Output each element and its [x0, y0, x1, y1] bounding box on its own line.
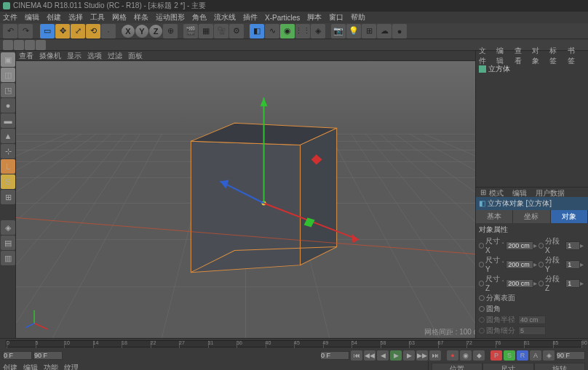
texture-mode[interactable]: ◫	[1, 68, 15, 82]
goto-start-button[interactable]: ⏮	[351, 350, 362, 361]
last-tool[interactable]: ·	[101, 24, 116, 39]
vpmenu-item[interactable]: 显示	[67, 51, 82, 61]
material-manager[interactable]: 创建 编辑 功能 纹理	[0, 361, 428, 370]
nurbs-tool[interactable]: ◉	[280, 24, 295, 39]
rect-select[interactable]	[14, 40, 24, 50]
render-settings[interactable]: ⚙	[229, 24, 244, 39]
tab-coord[interactable]: 坐标	[513, 210, 550, 223]
spline-tool[interactable]: ∿	[265, 24, 279, 39]
tab-edit[interactable]: 编辑	[508, 188, 531, 197]
redo-button[interactable]: ↷	[18, 24, 33, 39]
checkbox-icon[interactable]	[479, 295, 485, 301]
vpmenu-item[interactable]: 选项	[87, 51, 102, 61]
vpmenu-item[interactable]: 查看	[19, 51, 33, 61]
pos-key[interactable]: P	[490, 350, 502, 361]
z-axis-lock[interactable]: Z	[149, 25, 162, 38]
keyframe-sel[interactable]: ◆	[473, 350, 485, 361]
menu-帮助[interactable]: 帮助	[351, 12, 365, 23]
tab-edit[interactable]: 编辑	[23, 363, 38, 370]
tab-create[interactable]: 创建	[3, 363, 17, 370]
enable-snap[interactable]: S	[1, 174, 15, 189]
menu-工具[interactable]: 工具	[90, 12, 105, 23]
menu-编辑[interactable]: 编辑	[25, 12, 39, 23]
deformer-tool[interactable]: ◈	[311, 24, 325, 39]
vpmenu-item[interactable]: 摄像机	[39, 51, 61, 61]
menu-选择[interactable]: 选择	[68, 12, 83, 23]
vpmenu-item[interactable]: 面板	[128, 51, 143, 61]
size-input[interactable]	[506, 241, 533, 250]
tab-object[interactable]: 对象	[551, 210, 588, 223]
light-tool[interactable]: 💡	[346, 24, 361, 39]
current-frame[interactable]	[320, 351, 349, 360]
end-frame[interactable]	[33, 351, 63, 360]
workplane[interactable]: ⊞	[1, 190, 15, 204]
coord-system[interactable]: ⊕	[163, 24, 178, 39]
autokey-button[interactable]: ◉	[460, 350, 472, 361]
model-mode[interactable]: ▣	[1, 52, 15, 67]
menu-网格[interactable]: 网格	[112, 12, 127, 23]
viewport-scene[interactable]: 网格间距 : 100 cm	[16, 61, 475, 338]
tab-basic[interactable]: 基本	[476, 210, 513, 223]
prev-key-button[interactable]: ◀◀	[364, 350, 376, 361]
cube-primitive[interactable]: ◧	[250, 24, 264, 39]
move-tool[interactable]: ✥	[55, 24, 70, 39]
next-frame-button[interactable]: ▶	[403, 350, 415, 361]
x-axis-lock[interactable]: X	[122, 25, 135, 38]
enable-axis[interactable]: L	[1, 159, 15, 174]
timeline-ruler[interactable]: 0510141822273136404549545863677276818590	[6, 340, 582, 347]
y-axis-lock[interactable]: Y	[135, 25, 148, 38]
next-key-button[interactable]: ▶▶	[416, 350, 428, 361]
pla-key[interactable]: ◈	[543, 350, 555, 361]
tab-texture[interactable]: 纹理	[64, 363, 79, 370]
menu-X-Particles[interactable]: X-Particles	[265, 14, 300, 22]
locked-workplane[interactable]: ▤	[1, 236, 15, 250]
viewport[interactable]: 查看摄像机显示选项过滤面板 透视视图	[16, 51, 475, 338]
edge-mode[interactable]: ▬	[1, 113, 15, 128]
record-button[interactable]: ●	[447, 350, 458, 361]
viewport-solo[interactable]: ◈	[1, 220, 15, 235]
render-region[interactable]: ▦	[199, 24, 213, 39]
menu-插件[interactable]: 插件	[243, 12, 258, 23]
polygon-mode[interactable]: ▲	[1, 129, 15, 143]
size-input[interactable]	[506, 279, 533, 288]
tree-item-cube[interactable]: 立方体	[479, 64, 585, 74]
object-tree[interactable]: 立方体	[476, 61, 588, 187]
menu-流水线[interactable]: 流水线	[214, 12, 236, 23]
menu-脚本[interactable]: 脚本	[307, 12, 322, 23]
live-select[interactable]	[3, 40, 13, 50]
scene-tool[interactable]: ⊞	[362, 24, 376, 39]
lasso-select[interactable]	[25, 40, 35, 50]
poly-select[interactable]	[36, 40, 46, 50]
menu-运动图形[interactable]: 运动图形	[156, 12, 185, 23]
scale-key[interactable]: S	[504, 350, 515, 361]
prev-frame-button[interactable]: ◀	[377, 350, 389, 361]
vpmenu-item[interactable]: 过滤	[108, 51, 122, 61]
menu-窗口[interactable]: 窗口	[329, 12, 343, 23]
menu-角色[interactable]: 角色	[192, 12, 207, 23]
tab-function[interactable]: 功能	[44, 363, 58, 370]
select-tool[interactable]: ▭	[40, 24, 55, 39]
environment-tool[interactable]: ☁	[377, 24, 392, 39]
point-mode[interactable]: ●	[1, 98, 15, 113]
render-view[interactable]: 🎬	[183, 24, 198, 39]
menu-创建[interactable]: 创建	[47, 12, 61, 23]
play-button[interactable]: ▶	[390, 350, 402, 361]
param-key[interactable]: A	[530, 350, 541, 361]
size-input[interactable]	[506, 260, 533, 269]
viewport-canvas[interactable]: 网格间距 : 100 cm	[16, 61, 475, 338]
menu-文件[interactable]: 文件	[3, 12, 17, 23]
scale-tool[interactable]: ⤢	[71, 24, 85, 39]
axis-mode[interactable]: ⊹	[1, 144, 15, 158]
goto-end-button[interactable]: ⏭	[429, 350, 441, 361]
camera-tool[interactable]: 📷	[331, 24, 346, 39]
seg-input[interactable]	[565, 260, 580, 269]
range-end[interactable]	[556, 351, 585, 360]
seg-input[interactable]	[565, 241, 580, 250]
seg-input[interactable]	[565, 279, 580, 288]
rotate-tool[interactable]: ⟲	[86, 24, 100, 39]
tab-userdata[interactable]: 用户数据	[531, 188, 569, 197]
checkbox-icon[interactable]	[479, 306, 485, 312]
tab-mode[interactable]: 模式	[485, 188, 508, 197]
render-picture[interactable]: 🎥	[214, 24, 229, 39]
planar-workplane[interactable]: ▥	[1, 251, 15, 265]
